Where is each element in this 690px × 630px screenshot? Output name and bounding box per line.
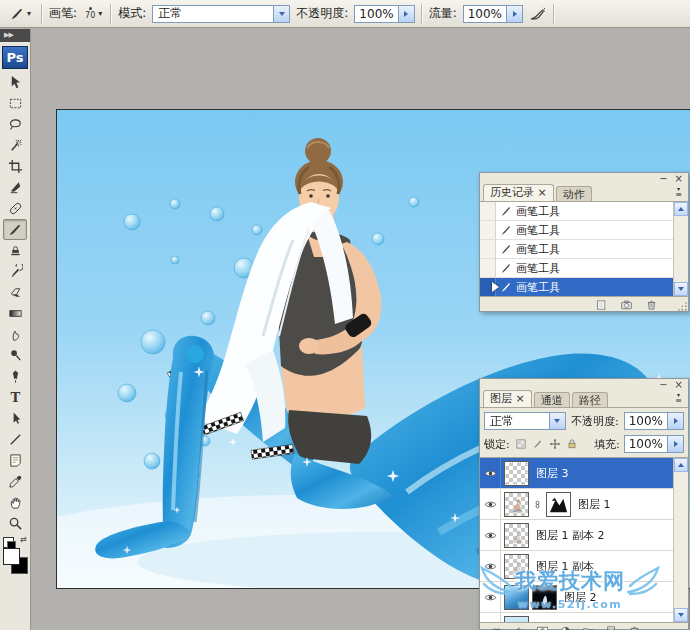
history-item[interactable]: 画笔工具 bbox=[480, 221, 673, 240]
scroll-up-button[interactable] bbox=[674, 202, 688, 216]
opacity-field[interactable]: 100% bbox=[354, 5, 414, 23]
layer-opacity-field[interactable]: 100% bbox=[624, 412, 684, 430]
pen-tool[interactable] bbox=[3, 366, 27, 387]
layer-thumbnail[interactable] bbox=[504, 554, 529, 579]
close-button[interactable]: × bbox=[675, 380, 683, 389]
lock-paint-icon[interactable] bbox=[531, 437, 545, 451]
layer-mask-thumbnail[interactable] bbox=[546, 492, 571, 517]
select-arrow-button[interactable] bbox=[549, 413, 565, 429]
history-source-well[interactable] bbox=[480, 202, 496, 220]
lock-move-icon[interactable] bbox=[548, 437, 562, 451]
layers-tab[interactable]: 路径 bbox=[572, 392, 608, 407]
history-source-well[interactable] bbox=[480, 278, 496, 296]
layer-row[interactable]: 图层 1 bbox=[480, 489, 673, 520]
layer-thumbnail[interactable] bbox=[504, 585, 529, 610]
layer-row[interactable]: 图层 1 副本 bbox=[480, 551, 673, 582]
collapse-arrows-icon[interactable]: ▶▶ bbox=[0, 29, 30, 42]
history-item[interactable]: 画笔工具 bbox=[480, 259, 673, 278]
layer-thumbnail[interactable] bbox=[504, 523, 529, 548]
history-brush-tool[interactable] bbox=[3, 261, 27, 282]
eraser-tool[interactable] bbox=[3, 282, 27, 303]
history-source-well[interactable] bbox=[480, 259, 496, 277]
airbrush-icon[interactable] bbox=[529, 6, 547, 22]
clone-stamp-tool[interactable] bbox=[3, 240, 27, 261]
layer-row[interactable]: 图层 1 副本 2 bbox=[480, 520, 673, 551]
panel-menu-icon[interactable]: ▾≡ bbox=[671, 391, 686, 405]
blend-mode-select[interactable]: 正常 bbox=[152, 5, 290, 23]
layer-visibility-toggle[interactable] bbox=[480, 551, 501, 581]
marquee-tool[interactable] bbox=[3, 93, 27, 114]
layer-row[interactable]: 图层 3 bbox=[480, 458, 673, 489]
layer-visibility-toggle[interactable] bbox=[480, 489, 501, 519]
path-selection-tool[interactable] bbox=[3, 408, 27, 429]
close-button[interactable]: × bbox=[675, 174, 683, 183]
slider-arrow-button[interactable] bbox=[506, 6, 522, 22]
scrollbar[interactable] bbox=[673, 458, 688, 622]
layers-tab[interactable]: 通道 bbox=[534, 392, 570, 407]
select-arrow-button[interactable] bbox=[273, 6, 289, 22]
trash-icon[interactable] bbox=[628, 625, 641, 630]
adjustment-icon[interactable] bbox=[559, 625, 572, 630]
lock-all-icon[interactable] bbox=[565, 437, 579, 451]
notes-tool[interactable] bbox=[3, 450, 27, 471]
lock-transparent-icon[interactable] bbox=[514, 437, 528, 451]
slider-arrow-button[interactable] bbox=[667, 413, 683, 429]
new-layer-icon[interactable] bbox=[605, 625, 618, 630]
layer-row[interactable] bbox=[480, 613, 673, 622]
dodge-tool[interactable] bbox=[3, 345, 27, 366]
layer-mask-thumbnail[interactable] bbox=[532, 585, 557, 610]
fx-icon[interactable]: fx bbox=[513, 625, 526, 630]
layer-visibility-toggle[interactable] bbox=[480, 582, 501, 612]
layer-blend-mode-select[interactable]: 正常 bbox=[484, 412, 566, 430]
group-icon[interactable] bbox=[582, 625, 595, 630]
scroll-down-button[interactable] bbox=[674, 608, 688, 622]
scrollbar[interactable] bbox=[673, 202, 688, 296]
history-item[interactable]: 画笔工具 bbox=[480, 240, 673, 259]
smudge-tool[interactable] bbox=[3, 324, 27, 345]
resize-grip[interactable] bbox=[677, 301, 687, 311]
scroll-down-button[interactable] bbox=[674, 282, 688, 296]
minimize-button[interactable]: − bbox=[659, 380, 667, 389]
history-tab[interactable]: 动作 bbox=[556, 186, 592, 201]
panel-menu-icon[interactable]: ▾≡ bbox=[671, 185, 686, 199]
layer-visibility-toggle[interactable] bbox=[480, 458, 501, 488]
brush-preset-picker[interactable]: 70 ▾ bbox=[83, 7, 104, 20]
layer-thumbnail[interactable] bbox=[504, 492, 529, 517]
minimize-button[interactable]: − bbox=[659, 174, 667, 183]
line-tool[interactable] bbox=[3, 429, 27, 450]
new-document-icon[interactable] bbox=[595, 299, 608, 311]
history-source-well[interactable] bbox=[480, 221, 496, 239]
brush-tool[interactable] bbox=[3, 219, 27, 240]
tool-preset-picker[interactable]: ▾ bbox=[6, 4, 35, 23]
history-item[interactable]: 画笔工具 bbox=[480, 202, 673, 221]
gradient-tool[interactable] bbox=[3, 303, 27, 324]
slice-tool[interactable] bbox=[3, 177, 27, 198]
foreground-color-swatch[interactable] bbox=[3, 548, 20, 565]
mask-link-icon[interactable] bbox=[532, 497, 543, 512]
layer-thumbnail[interactable] bbox=[504, 616, 529, 623]
default-colors-icon[interactable] bbox=[3, 537, 14, 548]
layer-thumbnail[interactable] bbox=[504, 461, 529, 486]
history-item[interactable]: 画笔工具 bbox=[480, 278, 673, 296]
healing-brush-tool[interactable] bbox=[3, 198, 27, 219]
slider-arrow-button[interactable] bbox=[667, 436, 683, 452]
magic-wand-tool[interactable] bbox=[3, 135, 27, 156]
new-snapshot-icon[interactable] bbox=[620, 299, 633, 311]
layer-mask-icon[interactable] bbox=[536, 625, 549, 630]
trash-icon[interactable] bbox=[645, 299, 658, 311]
zoom-tool[interactable] bbox=[3, 513, 27, 534]
eyedropper-tool[interactable] bbox=[3, 471, 27, 492]
move-tool[interactable] bbox=[3, 72, 27, 93]
hand-tool[interactable] bbox=[3, 492, 27, 513]
lasso-tool[interactable] bbox=[3, 114, 27, 135]
layer-visibility-toggle[interactable] bbox=[480, 520, 501, 550]
slider-arrow-button[interactable] bbox=[398, 6, 414, 22]
crop-tool[interactable] bbox=[3, 156, 27, 177]
type-tool[interactable]: T bbox=[3, 387, 27, 408]
layer-row[interactable]: 图层 2 bbox=[480, 582, 673, 613]
layer-fill-field[interactable]: 100% bbox=[624, 435, 684, 453]
history-tab[interactable]: 历史记录 × bbox=[483, 184, 554, 201]
layers-tab[interactable]: 图层 × bbox=[483, 390, 532, 407]
history-source-well[interactable] bbox=[480, 240, 496, 258]
link-icon[interactable] bbox=[490, 625, 503, 630]
